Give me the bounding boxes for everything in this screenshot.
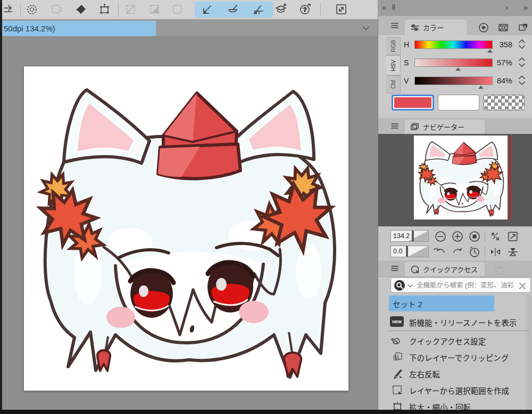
- fit-to-window-button[interactable]: [506, 230, 520, 243]
- saturation-slider[interactable]: [414, 58, 493, 67]
- rotate-reset-button[interactable]: [468, 246, 481, 258]
- vector-line-tool-icon[interactable]: [198, 2, 217, 19]
- svg-text:?: ?: [303, 6, 306, 13]
- menu-item-quick-access-settings[interactable]: クイックアクセス設定: [378, 332, 532, 349]
- zoom-in-button[interactable]: [451, 230, 464, 243]
- menu-item-scale-rotate[interactable]: 拡大・縮小・回転: [378, 398, 532, 410]
- menu-item-selection-from-layer[interactable]: レイヤーから選択範囲を作成: [378, 382, 532, 398]
- zoom-value: 134.2: [393, 232, 410, 240]
- menu-item-clip-to-layer-below[interactable]: 下のレイヤーでクリッピング: [378, 349, 532, 365]
- value-value: 84%: [488, 77, 512, 85]
- next-panel-icon[interactable]: ›: [505, 3, 508, 12]
- rotate-right-button[interactable]: [451, 246, 464, 258]
- help-icon[interactable]: ?: [296, 1, 315, 18]
- value-label: V: [404, 77, 411, 85]
- flip-horizontal-button[interactable]: [488, 246, 502, 258]
- value-stepper[interactable]: [518, 74, 526, 86]
- search-icon: [394, 280, 405, 291]
- blend-tool-icon[interactable]: [47, 1, 66, 18]
- hue-stepper[interactable]: [518, 38, 526, 50]
- flip-vertical-button[interactable]: [506, 246, 520, 258]
- selection-marquee-icon: [391, 384, 404, 396]
- main-color-swatch[interactable]: [392, 95, 434, 111]
- rotation-value-box[interactable]: 0.0: [390, 246, 429, 257]
- value-slider-caret[interactable]: [478, 86, 484, 89]
- selection-fade-icon[interactable]: [145, 1, 164, 18]
- panel-menu-icon[interactable]: [390, 21, 400, 30]
- panel-menu-icon[interactable]: [390, 264, 400, 273]
- expand-dock-icon[interactable]: »: [523, 3, 528, 12]
- tab-animation[interactable]: [491, 263, 509, 276]
- palette-dock-header: « ‖ › »: [378, 0, 532, 16]
- zoom-reset-button[interactable]: [468, 230, 481, 243]
- sliders-icon: [410, 23, 420, 32]
- canvas-tab-bar: 50dpi 134.2%): [2, 20, 378, 36]
- tutorial-icon[interactable]: [272, 1, 292, 18]
- rotation-value: 0.0: [393, 248, 402, 255]
- menu-item-flip-horizontal[interactable]: 左右反転: [378, 365, 532, 382]
- quick-access-panel-header: クイックアクセス: [378, 260, 532, 277]
- clear-search-icon[interactable]: [518, 282, 527, 290]
- chevron-down-icon[interactable]: [406, 282, 414, 290]
- window-bottom-edge: [0, 410, 532, 414]
- value-slider[interactable]: [414, 77, 493, 85]
- hue-slider-caret[interactable]: [487, 49, 493, 53]
- redo-icon[interactable]: [0, 1, 17, 18]
- stacked-canvases-icon: [410, 123, 420, 131]
- rotate-left-button[interactable]: [434, 246, 447, 258]
- zoom-out-button[interactable]: [434, 230, 447, 243]
- quick-access-set-selector[interactable]: セット 2: [389, 295, 494, 311]
- brush-tool-icon[interactable]: [223, 2, 243, 19]
- navigator-thumbnail[interactable]: [414, 136, 508, 219]
- tab-color-label: カラー: [423, 22, 444, 32]
- fill-bucket-icon[interactable]: [72, 1, 91, 18]
- navigator-panel-header: ナビゲーター: [378, 118, 532, 134]
- search-input[interactable]: [415, 280, 514, 291]
- hue-slider[interactable]: [414, 40, 493, 49]
- tab-color-set[interactable]: [495, 21, 512, 34]
- color-panel-header: カラー: [378, 16, 532, 36]
- canvas-tab[interactable]: 50dpi 134.2%): [2, 21, 156, 36]
- clip-studio-paint-window: ? 50dpi 134.2%) « ‖ › » カラー: [0, 0, 532, 414]
- canvas-tab-label: 50dpi 134.2%): [4, 24, 55, 33]
- transform-handles-icon: [391, 400, 404, 410]
- rail-tab-rgb[interactable]: RGB: [386, 37, 401, 55]
- wrench-icon: [391, 334, 404, 347]
- rail-tab-cm[interactable]: CM: [386, 75, 401, 94]
- tab-color-history[interactable]: [514, 21, 531, 34]
- saturation-stepper[interactable]: [518, 56, 526, 68]
- navigator-viewport[interactable]: [378, 134, 532, 226]
- tab-quick-access[interactable]: クイックアクセス: [405, 262, 485, 276]
- ruler-pen-tool-icon[interactable]: [249, 2, 268, 19]
- selection-rounded-icon[interactable]: [168, 1, 187, 18]
- function-search-field[interactable]: [390, 277, 531, 293]
- navigator-controls: 134.2 0.0: [378, 226, 532, 260]
- collapse-dock-icon[interactable]: «: [382, 3, 386, 12]
- tab-navigator[interactable]: ナビゲーター: [405, 120, 485, 134]
- saturation-slider-caret[interactable]: [455, 67, 461, 71]
- zoom-value-box[interactable]: 134.2: [390, 230, 429, 242]
- fullscreen-icon[interactable]: [332, 1, 351, 18]
- spray-tool-icon[interactable]: [22, 1, 41, 18]
- dock-handle-icon[interactable]: ‖: [392, 3, 395, 12]
- rail-tab-hsv[interactable]: HSV: [386, 55, 401, 75]
- hue-value: 358: [488, 40, 512, 49]
- sub-color-swatch[interactable]: [438, 95, 479, 111]
- tab-quick-access-label: クイックアクセス: [423, 264, 478, 274]
- menu-item-release-notes[interactable]: NEW 新機能・リリースノートを表示: [378, 314, 532, 330]
- selection-launcher-icon[interactable]: [121, 1, 140, 18]
- tab-color[interactable]: カラー: [405, 20, 467, 35]
- fit-to-screen-button[interactable]: [488, 230, 502, 243]
- canvas[interactable]: [24, 66, 348, 391]
- saturation-label: S: [404, 58, 411, 67]
- pen-flip-icon: [391, 367, 404, 380]
- command-toolbar: ?: [2, 0, 378, 20]
- tab-color-wheel[interactable]: [475, 21, 492, 34]
- transparent-color-swatch[interactable]: [483, 95, 525, 111]
- clip-layer-icon: [391, 351, 404, 364]
- workspace: [2, 36, 378, 410]
- transform-tool-icon[interactable]: [95, 1, 114, 18]
- hsv-slider-area: RGB HSV CM H 358 S 57% V 84%: [378, 35, 532, 115]
- panel-menu-icon[interactable]: [390, 121, 400, 131]
- chevron-down-icon[interactable]: [360, 22, 372, 35]
